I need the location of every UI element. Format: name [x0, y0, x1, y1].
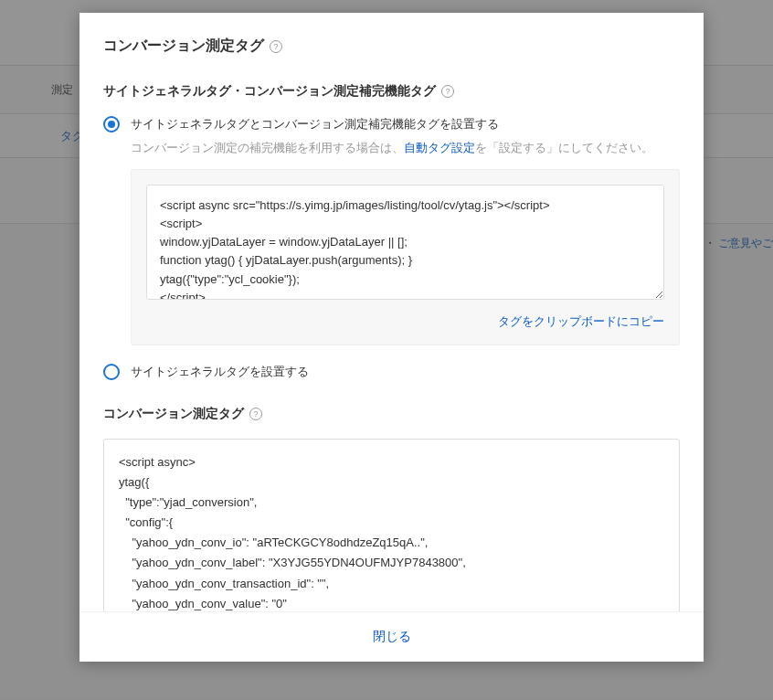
hint-text: コンバージョン測定の補完機能を利用する場合は、自動タグ設定を「設定する」にしてく… [131, 140, 680, 156]
modal-title-text: コンバージョン測定タグ [103, 37, 264, 56]
help-icon[interactable]: ? [270, 40, 282, 53]
copy-to-clipboard-link[interactable]: タグをクリップボードにコピー [498, 314, 664, 328]
site-general-code-textarea[interactable] [146, 185, 664, 300]
radio-option-install-both[interactable]: サイトジェネラルタグとコンバージョン測定補完機能タグを設置する [103, 116, 680, 133]
conversion-tag-section: コンバージョン測定タグ ? <script async> ytag({ "typ… [103, 406, 680, 611]
radio-label: サイトジェネラルタグを設置する [131, 364, 309, 380]
radio-button[interactable] [103, 116, 120, 133]
auto-tag-settings-link[interactable]: 自動タグ設定 [404, 141, 475, 154]
help-icon[interactable]: ? [441, 85, 454, 98]
radio-button[interactable] [103, 364, 120, 380]
modal-footer: 閉じる [79, 611, 704, 662]
section-conversion-title: コンバージョン測定タグ ? [103, 406, 680, 422]
section-title-text: サイトジェネラルタグ・コンバージョン測定補完機能タグ [103, 83, 436, 100]
modal-body: コンバージョン測定タグ ? サイトジェネラルタグ・コンバージョン測定補完機能タグ… [79, 13, 704, 611]
conversion-tag-modal: コンバージョン測定タグ ? サイトジェネラルタグ・コンバージョン測定補完機能タグ… [79, 13, 704, 662]
modal-title: コンバージョン測定タグ ? [103, 37, 680, 56]
radio-option-install-site-general[interactable]: サイトジェネラルタグを設置する [103, 364, 680, 380]
site-general-code-panel: タグをクリップボードにコピー [131, 169, 680, 345]
conversion-code-block[interactable]: <script async> ytag({ "type":"yjad_conve… [103, 439, 680, 611]
section-site-general-title: サイトジェネラルタグ・コンバージョン測定補完機能タグ ? [103, 83, 680, 100]
radio-label: サイトジェネラルタグとコンバージョン測定補完機能タグを設置する [131, 116, 499, 133]
close-button[interactable]: 閉じる [373, 629, 411, 645]
help-icon[interactable]: ? [249, 408, 262, 420]
section-title-text: コンバージョン測定タグ [103, 406, 244, 422]
